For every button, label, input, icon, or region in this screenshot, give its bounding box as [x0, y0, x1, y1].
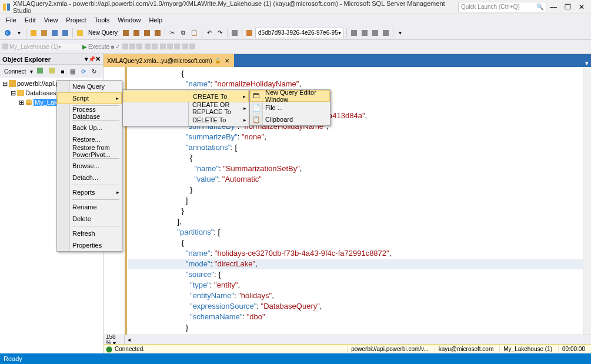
- pin-icon[interactable]: 📌: [88, 56, 95, 62]
- ctx-restore-pp[interactable]: Restore from PowerPivot...: [57, 145, 122, 157]
- ctx-file[interactable]: 📄 File ...: [250, 102, 330, 113]
- refresh-icon[interactable]: ⟳: [79, 68, 88, 75]
- main-toolbar: ▾ New Query ✂ ⧉ 📋 ↶ ↷ d5db7d93-3926-4e26…: [0, 26, 591, 40]
- tb-misc2[interactable]: [245, 28, 254, 38]
- connect-button[interactable]: Connect: [2, 68, 28, 75]
- ctx-create-to[interactable]: CREATE To: [123, 91, 249, 102]
- server-icon: [9, 80, 16, 87]
- ctx-backup[interactable]: Back Up...: [57, 122, 122, 133]
- svg-rect-1: [7, 4, 10, 11]
- oe-tb3[interactable]: ■: [59, 68, 66, 75]
- tb2-m10[interactable]: [189, 44, 195, 51]
- connected-icon: ⬤: [106, 346, 112, 352]
- tb-icon-4[interactable]: [381, 28, 390, 38]
- maximize-button[interactable]: ❐: [560, 1, 575, 13]
- query-toolbar: My_Lakehouse (1)▾ ▶ Execute ■ ✓: [0, 40, 591, 54]
- ctx-properties[interactable]: Properties: [57, 239, 122, 251]
- menu-help[interactable]: Help: [145, 15, 166, 25]
- paste-icon[interactable]: 📋: [189, 28, 199, 38]
- tb-btn-b[interactable]: [132, 28, 141, 38]
- document-tab[interactable]: XMLAQuery2.xmla...yu@microsoft.com) 🔒 ✕: [103, 54, 234, 67]
- ctx-reports[interactable]: Reports: [57, 186, 122, 198]
- tb-btn-a[interactable]: [121, 28, 131, 38]
- ctx-new-query[interactable]: New Query: [57, 81, 122, 92]
- ctx-create-or-replace-to[interactable]: CREATE OR REPLACE To: [123, 102, 249, 114]
- ctx-refresh[interactable]: Refresh: [57, 228, 122, 239]
- close-button[interactable]: ✕: [575, 1, 589, 13]
- svg-point-7: [26, 103, 32, 105]
- tb2-m4[interactable]: [145, 44, 151, 51]
- ctx-delete[interactable]: Delete: [57, 213, 122, 225]
- status-user: kayu@microsoft.com: [435, 346, 497, 352]
- ctx-browse[interactable]: Browse...: [57, 160, 122, 172]
- tab-close-icon[interactable]: ✕: [223, 57, 231, 64]
- window-icon: 🗔: [253, 92, 259, 99]
- copy-icon[interactable]: ⧉: [178, 28, 188, 38]
- new-item-icon[interactable]: [29, 28, 38, 38]
- ctx-rename[interactable]: Rename: [57, 201, 122, 213]
- ctx-script[interactable]: Script: [57, 92, 122, 104]
- tb2-m7[interactable]: [167, 44, 173, 51]
- svg-rect-4: [17, 90, 24, 96]
- title-bar: XMLAQuery2.xmla - powerbi://api.powerbi.…: [0, 0, 591, 14]
- save-all-icon[interactable]: [50, 28, 59, 38]
- quick-launch-input[interactable]: Quick Launch (Ctrl+Q) 🔍: [458, 2, 546, 12]
- tb-misc1[interactable]: [230, 28, 239, 38]
- menu-file[interactable]: File: [2, 15, 20, 25]
- menu-tools[interactable]: Tools: [91, 15, 113, 25]
- minimize-button[interactable]: —: [546, 1, 560, 13]
- vertical-scrollbar[interactable]: [583, 67, 591, 335]
- oe-tb5[interactable]: ↻: [90, 68, 98, 75]
- app-icon: [2, 3, 11, 11]
- tb2-m8[interactable]: [174, 44, 180, 51]
- menu-view[interactable]: View: [41, 15, 62, 25]
- nav-fwd-button[interactable]: ▾: [14, 28, 24, 38]
- menu-edit[interactable]: Edit: [21, 15, 39, 25]
- file-icon: 📄: [252, 104, 261, 112]
- tb-icon-1[interactable]: [349, 28, 359, 38]
- execute-icon[interactable]: ▶: [82, 44, 87, 50]
- nav-back-button[interactable]: [2, 28, 13, 38]
- tb2-m1[interactable]: [122, 44, 128, 51]
- ctx-process-db[interactable]: Process Database: [57, 107, 122, 119]
- cut-icon[interactable]: ✂: [168, 28, 177, 38]
- editor-footer: 158 % ▾ ◂: [103, 335, 591, 344]
- parse-icon[interactable]: ✓: [115, 44, 120, 50]
- ctx-delete-to[interactable]: DELETE To: [123, 114, 249, 126]
- execute-button[interactable]: Execute: [88, 44, 109, 50]
- menu-project[interactable]: Project: [62, 15, 89, 25]
- new-query-icon[interactable]: [75, 28, 85, 38]
- tb-btn-c[interactable]: [142, 28, 152, 38]
- tb-btn-d[interactable]: [153, 28, 162, 38]
- tb2-m9[interactable]: [182, 44, 188, 51]
- tb2-m2[interactable]: [129, 44, 135, 51]
- hscroll-left[interactable]: ◂: [125, 336, 133, 343]
- tb-icon-2[interactable]: [360, 28, 369, 38]
- stop-icon[interactable]: ■: [111, 44, 114, 50]
- save-icon[interactable]: [61, 28, 70, 38]
- open-icon[interactable]: [39, 28, 49, 38]
- tb-icon-5[interactable]: ▾: [396, 28, 405, 38]
- tb2-m5[interactable]: [152, 44, 158, 51]
- tb2-m6[interactable]: [160, 44, 166, 51]
- menu-window[interactable]: Window: [114, 15, 144, 25]
- folder-icon: [17, 89, 24, 96]
- panel-close-icon[interactable]: ✕: [95, 55, 101, 63]
- new-query-button[interactable]: New Query: [86, 29, 120, 36]
- tb-icon-3[interactable]: [370, 28, 380, 38]
- tb2-icon1[interactable]: [2, 44, 8, 51]
- oe-tb1[interactable]: [35, 67, 45, 75]
- redo-icon[interactable]: ↷: [215, 28, 225, 38]
- ctx-detach[interactable]: Detach...: [57, 172, 122, 183]
- tabs-dropdown-icon[interactable]: ▾: [583, 59, 591, 67]
- connection-statusbar: ⬤ Connected. powerbi://api.powerbi.com/v…: [103, 344, 591, 353]
- ctx-clipboard[interactable]: 📋 Clipboard: [250, 113, 330, 125]
- ctx-restore[interactable]: Restore...: [57, 133, 122, 145]
- oe-tb4[interactable]: ▤: [68, 68, 77, 75]
- ctx-new-query-window[interactable]: 🗔 New Query Editor Window: [250, 90, 330, 102]
- database-dropdown[interactable]: My_Lakehouse (1)▾: [9, 44, 80, 50]
- undo-icon[interactable]: ↶: [205, 28, 214, 38]
- tb2-m3[interactable]: [136, 44, 142, 51]
- oe-tb2[interactable]: [47, 67, 56, 75]
- context-guid-dropdown[interactable]: d5db7d93-3926-4e26-97e6-95▾: [255, 28, 344, 38]
